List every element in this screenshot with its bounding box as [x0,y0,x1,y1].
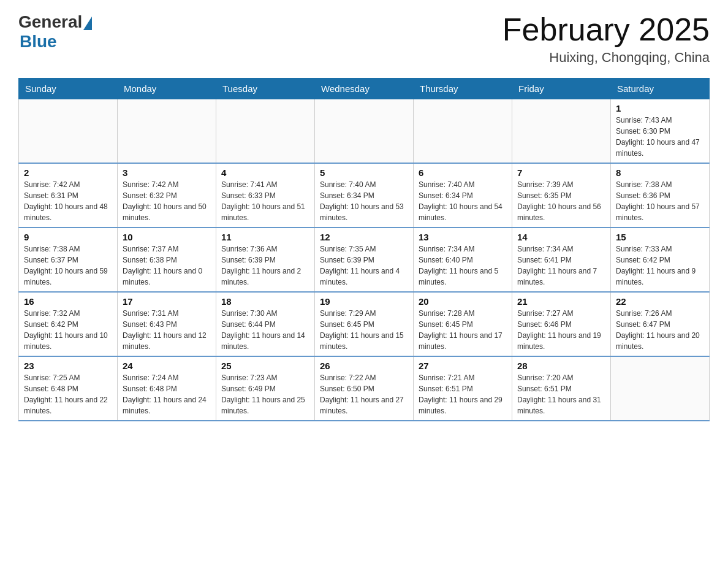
day-number: 19 [320,296,408,307]
calendar-cell: 5Sunrise: 7:40 AM Sunset: 6:34 PM Daylig… [315,163,414,228]
title-section: February 2025 Huixing, Chongqing, China [502,12,710,66]
day-number: 25 [221,361,309,371]
calendar-cell: 11Sunrise: 7:36 AM Sunset: 6:39 PM Dayli… [216,228,315,292]
calendar-cell: 15Sunrise: 7:33 AM Sunset: 6:42 PM Dayli… [611,228,710,292]
day-header-saturday: Saturday [611,79,710,99]
day-number: 7 [517,167,605,178]
calendar-cell: 17Sunrise: 7:31 AM Sunset: 6:43 PM Dayli… [118,292,216,356]
calendar-week-row: 1Sunrise: 7:43 AM Sunset: 6:30 PM Daylig… [19,99,710,164]
calendar-week-row: 2Sunrise: 7:42 AM Sunset: 6:31 PM Daylig… [19,163,710,228]
calendar-cell: 3Sunrise: 7:42 AM Sunset: 6:32 PM Daylig… [118,163,216,228]
calendar-cell [512,99,611,164]
calendar-title: February 2025 [502,12,710,47]
calendar-cell [118,99,216,164]
calendar-cell: 22Sunrise: 7:26 AM Sunset: 6:47 PM Dayli… [611,292,710,356]
day-number: 27 [419,361,507,371]
day-header-wednesday: Wednesday [315,79,414,99]
day-info: Sunrise: 7:42 AM Sunset: 6:32 PM Dayligh… [123,179,211,223]
calendar-week-row: 9Sunrise: 7:38 AM Sunset: 6:37 PM Daylig… [19,228,710,292]
calendar-header-row: SundayMondayTuesdayWednesdayThursdayFrid… [19,79,710,99]
calendar-cell: 16Sunrise: 7:32 AM Sunset: 6:42 PM Dayli… [19,292,118,356]
calendar-cell [19,99,118,164]
day-number: 20 [419,296,507,307]
logo-general-text: General [18,12,82,32]
day-number: 12 [320,232,408,242]
calendar-cell: 7Sunrise: 7:39 AM Sunset: 6:35 PM Daylig… [512,163,611,228]
day-number: 2 [24,167,112,178]
logo-blue-text: Blue [20,32,57,52]
day-number: 21 [517,296,605,307]
calendar-cell: 28Sunrise: 7:20 AM Sunset: 6:51 PM Dayli… [512,356,611,421]
day-number: 16 [24,296,112,307]
calendar-subtitle: Huixing, Chongqing, China [502,50,710,66]
page-header: General Blue February 2025 Huixing, Chon… [18,12,710,66]
calendar-cell: 21Sunrise: 7:27 AM Sunset: 6:46 PM Dayli… [512,292,611,356]
day-number: 24 [123,361,211,371]
day-info: Sunrise: 7:20 AM Sunset: 6:51 PM Dayligh… [517,372,605,416]
logo: General Blue [18,12,92,52]
day-info: Sunrise: 7:31 AM Sunset: 6:43 PM Dayligh… [123,308,211,352]
day-number: 13 [419,232,507,242]
calendar-cell: 8Sunrise: 7:38 AM Sunset: 6:36 PM Daylig… [611,163,710,228]
calendar-cell: 6Sunrise: 7:40 AM Sunset: 6:34 PM Daylig… [414,163,512,228]
day-info: Sunrise: 7:39 AM Sunset: 6:35 PM Dayligh… [517,179,605,223]
day-header-friday: Friday [512,79,611,99]
calendar-cell: 2Sunrise: 7:42 AM Sunset: 6:31 PM Daylig… [19,163,118,228]
day-number: 5 [320,167,408,178]
calendar-cell [611,356,710,421]
day-number: 14 [517,232,605,242]
calendar-cell: 1Sunrise: 7:43 AM Sunset: 6:30 PM Daylig… [611,99,710,164]
day-number: 4 [221,167,309,178]
day-info: Sunrise: 7:28 AM Sunset: 6:45 PM Dayligh… [419,308,507,352]
calendar-cell: 9Sunrise: 7:38 AM Sunset: 6:37 PM Daylig… [19,228,118,292]
day-header-tuesday: Tuesday [216,79,315,99]
day-header-thursday: Thursday [414,79,512,99]
day-header-sunday: Sunday [19,79,118,99]
day-info: Sunrise: 7:27 AM Sunset: 6:46 PM Dayligh… [517,308,605,352]
day-number: 3 [123,167,211,178]
calendar-cell: 26Sunrise: 7:22 AM Sunset: 6:50 PM Dayli… [315,356,414,421]
day-info: Sunrise: 7:23 AM Sunset: 6:49 PM Dayligh… [221,372,309,416]
day-info: Sunrise: 7:34 AM Sunset: 6:41 PM Dayligh… [517,243,605,288]
calendar-cell: 19Sunrise: 7:29 AM Sunset: 6:45 PM Dayli… [315,292,414,356]
calendar-cell: 20Sunrise: 7:28 AM Sunset: 6:45 PM Dayli… [414,292,512,356]
calendar-cell: 24Sunrise: 7:24 AM Sunset: 6:48 PM Dayli… [118,356,216,421]
day-info: Sunrise: 7:43 AM Sunset: 6:30 PM Dayligh… [616,115,704,159]
calendar-cell: 13Sunrise: 7:34 AM Sunset: 6:40 PM Dayli… [414,228,512,292]
day-info: Sunrise: 7:36 AM Sunset: 6:39 PM Dayligh… [221,243,309,288]
day-info: Sunrise: 7:24 AM Sunset: 6:48 PM Dayligh… [123,372,211,416]
day-number: 11 [221,232,309,242]
day-info: Sunrise: 7:35 AM Sunset: 6:39 PM Dayligh… [320,243,408,288]
day-info: Sunrise: 7:41 AM Sunset: 6:33 PM Dayligh… [221,179,309,223]
day-info: Sunrise: 7:21 AM Sunset: 6:51 PM Dayligh… [419,372,507,416]
calendar-cell: 23Sunrise: 7:25 AM Sunset: 6:48 PM Dayli… [19,356,118,421]
day-number: 26 [320,361,408,371]
day-info: Sunrise: 7:33 AM Sunset: 6:42 PM Dayligh… [616,243,704,288]
calendar-cell: 27Sunrise: 7:21 AM Sunset: 6:51 PM Dayli… [414,356,512,421]
day-header-monday: Monday [118,79,216,99]
day-number: 18 [221,296,309,307]
calendar-cell: 12Sunrise: 7:35 AM Sunset: 6:39 PM Dayli… [315,228,414,292]
day-number: 22 [616,296,704,307]
day-info: Sunrise: 7:40 AM Sunset: 6:34 PM Dayligh… [320,179,408,223]
calendar-cell: 18Sunrise: 7:30 AM Sunset: 6:44 PM Dayli… [216,292,315,356]
day-number: 17 [123,296,211,307]
calendar-week-row: 16Sunrise: 7:32 AM Sunset: 6:42 PM Dayli… [19,292,710,356]
calendar-week-row: 23Sunrise: 7:25 AM Sunset: 6:48 PM Dayli… [19,356,710,421]
day-number: 6 [419,167,507,178]
calendar-cell: 14Sunrise: 7:34 AM Sunset: 6:41 PM Dayli… [512,228,611,292]
day-info: Sunrise: 7:32 AM Sunset: 6:42 PM Dayligh… [24,308,112,352]
day-number: 23 [24,361,112,371]
logo-triangle-icon [83,17,92,30]
day-number: 1 [616,103,704,113]
calendar-cell [216,99,315,164]
day-number: 28 [517,361,605,371]
calendar-cell [414,99,512,164]
day-number: 9 [24,232,112,242]
day-info: Sunrise: 7:26 AM Sunset: 6:47 PM Dayligh… [616,308,704,352]
day-info: Sunrise: 7:22 AM Sunset: 6:50 PM Dayligh… [320,372,408,416]
day-info: Sunrise: 7:34 AM Sunset: 6:40 PM Dayligh… [419,243,507,288]
day-info: Sunrise: 7:30 AM Sunset: 6:44 PM Dayligh… [221,308,309,352]
day-number: 15 [616,232,704,242]
day-info: Sunrise: 7:42 AM Sunset: 6:31 PM Dayligh… [24,179,112,223]
